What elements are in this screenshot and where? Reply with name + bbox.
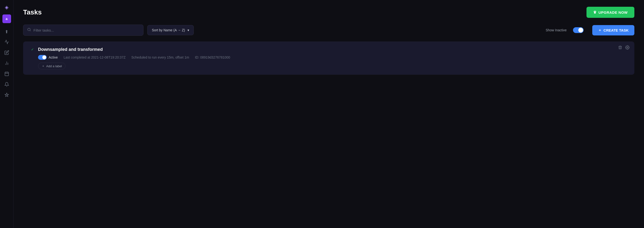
show-inactive-label: Show Inactive (546, 28, 566, 32)
status-toggle[interactable]: Active (38, 55, 58, 60)
edit-icon (4, 50, 9, 56)
sidebar-item-upload[interactable]: ⬆ (2, 27, 12, 37)
page-title: Tasks (23, 9, 42, 16)
task-id: ID: 08919d3276781000 (195, 55, 230, 59)
delete-icon[interactable] (618, 45, 622, 51)
svg-rect-3 (5, 72, 8, 76)
sidebar-item-edit[interactable] (2, 48, 12, 58)
plugin-icon (4, 93, 9, 99)
task-header: ✓ Downsampled and transformed (30, 47, 628, 52)
search-container[interactable] (23, 25, 144, 36)
toggle-thumb (578, 28, 583, 33)
svg-line-8 (30, 30, 30, 31)
sidebar-item-calendar[interactable] (2, 69, 12, 79)
upgrade-label: UPGRADE NOW (598, 10, 628, 15)
add-label-button[interactable]: ＋ Add a label (38, 63, 66, 69)
create-task-label: CREATE TASK (604, 28, 628, 32)
last-completed: Last completed at 2021-12-08T19:20:37Z (64, 55, 126, 59)
task-card: ✓ Downsampled and transformed Active Las… (23, 42, 634, 75)
sidebar-item-plugin[interactable] (2, 91, 12, 100)
chart-icon (4, 40, 9, 46)
task-check-icon: ✓ (30, 47, 35, 52)
search-icon (27, 28, 31, 33)
sort-button[interactable]: Sort by Name (A → Z) ▾ (147, 25, 194, 35)
main-content: Tasks ♛ UPGRADE NOW Sort by Name (A → Z)… (14, 0, 644, 228)
status-label: Active (48, 55, 58, 59)
show-inactive-toggle[interactable] (573, 27, 584, 33)
svg-point-9 (627, 47, 628, 48)
crown-icon: ♛ (593, 10, 596, 15)
add-label-text: Add a label (46, 64, 62, 68)
sidebar-item-bell[interactable] (2, 80, 12, 90)
search-input[interactable] (34, 28, 139, 32)
svg-point-7 (28, 28, 30, 31)
plus-icon-small: ＋ (42, 64, 45, 68)
chevron-down-icon: ▾ (188, 28, 189, 32)
analytics-icon (4, 61, 9, 67)
sidebar-item-chart[interactable] (2, 38, 12, 47)
mini-toggle-thumb (42, 55, 46, 59)
card-actions (618, 45, 630, 51)
upload-icon: ⬆ (5, 29, 8, 35)
sidebar-item-analytics[interactable] (2, 59, 12, 68)
mini-toggle[interactable] (38, 55, 47, 60)
header-row: Tasks ♛ UPGRADE NOW (23, 7, 634, 18)
sidebar-logo: ◈ (2, 3, 11, 12)
sidebar-avatar[interactable]: a (2, 15, 11, 23)
toolbar-row: Sort by Name (A → Z) ▾ Show Inactive ＋ C… (23, 25, 634, 36)
settings-icon[interactable] (625, 45, 630, 51)
plus-icon: ＋ (598, 28, 602, 33)
sidebar: ◈ a ⬆ (0, 0, 14, 228)
bell-icon (4, 82, 9, 88)
task-name: Downsampled and transformed (38, 47, 103, 52)
calendar-icon (4, 71, 9, 77)
upgrade-button[interactable]: ♛ UPGRADE NOW (586, 7, 634, 18)
task-meta-row: Active Last completed at 2021-12-08T19:2… (38, 55, 628, 60)
schedule-info: Scheduled to run every 15m, offset 1m (132, 55, 189, 59)
create-task-button[interactable]: ＋ CREATE TASK (592, 25, 634, 36)
sort-label: Sort by Name (A → Z) (152, 28, 185, 32)
